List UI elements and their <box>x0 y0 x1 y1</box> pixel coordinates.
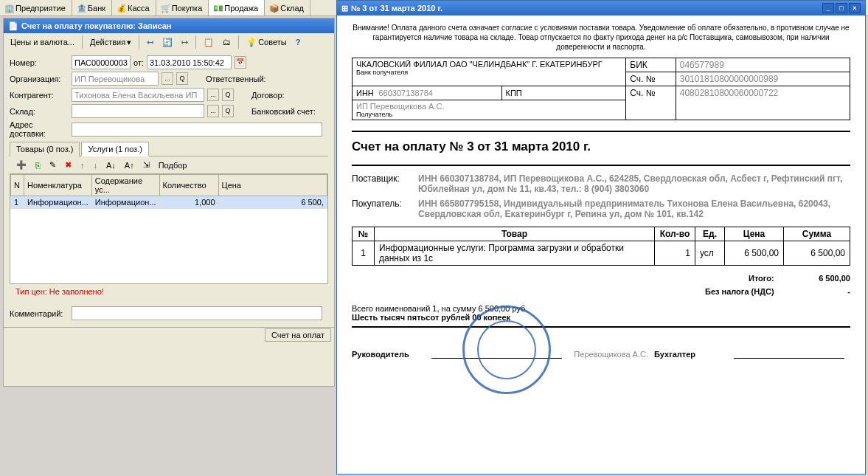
bank-recipient-label: Банк получателя <box>356 69 622 76</box>
refresh-icon[interactable]: 🔄 <box>159 35 176 49</box>
document-icon: 📄 <box>8 21 18 31</box>
print-invoice-button[interactable]: Счет на оплат <box>265 328 331 342</box>
tab-enterprise[interactable]: 🏢Предприятие <box>0 0 72 15</box>
bank-icon: 🏦 <box>77 4 86 13</box>
bank-details-table: ЧКАЛОВСКИЙ ФИЛИАЛ ОАО "ЧЕЛИНДБАНК" Г. ЕК… <box>352 58 850 120</box>
buyer-value: ИНН 665807795158, Индивидуальный предпри… <box>418 199 850 219</box>
tab-purchase[interactable]: 🛒Покупка <box>156 0 209 15</box>
tab-goods[interactable]: Товары (0 поз.) <box>10 142 80 156</box>
col-qty[interactable]: Количество <box>159 175 218 196</box>
move-up-icon[interactable]: ↑ <box>77 158 88 172</box>
acc-value: 40802810800060000722 <box>676 86 850 120</box>
counterparty-open-button[interactable]: Q <box>222 89 234 101</box>
counterparty-label: Контрагент: <box>10 91 69 100</box>
document-preview[interactable]: Внимание! Оплата данного счета означает … <box>337 15 865 474</box>
move-down-icon[interactable]: ↓ <box>90 158 102 172</box>
grid-row[interactable]: 1 Информацион... Информацион... 1,000 6 … <box>11 196 327 209</box>
org-open-button[interactable]: Q <box>176 72 188 85</box>
prices-currency-button[interactable]: Цены и валюта... <box>7 35 78 49</box>
warehouse-label: Склад: <box>10 107 69 116</box>
notax-value: - <box>777 287 850 296</box>
warehouse-input[interactable] <box>72 104 204 118</box>
col-nomen[interactable]: Номенклатура <box>24 175 92 196</box>
nav-fwd-icon[interactable]: ↦ <box>178 35 192 49</box>
counterparty-select-button[interactable]: ... <box>207 89 219 101</box>
cart-icon: 🛒 <box>161 4 170 13</box>
actions-dropdown[interactable]: Действия ▾ <box>86 35 135 49</box>
warehouse-open-button[interactable]: Q <box>222 105 234 117</box>
minimize-button[interactable]: _ <box>822 3 834 13</box>
tab-cash[interactable]: 💰Касса <box>112 0 156 15</box>
items-tabs: Товары (0 поз.) Услуги (1 поз.) <box>10 141 328 156</box>
document-title: Счет на оплату № 3 от 31 марта 2010 г. <box>352 131 850 154</box>
inn-value: 660307138784 <box>378 89 432 97</box>
print-preview-window: ⊞ № 3 от 31 марта 2010 г. _ □ × Внимание… <box>336 0 866 475</box>
table-icon: ⊞ <box>341 4 348 13</box>
col-price[interactable]: Цена <box>218 175 327 196</box>
delete-row-icon[interactable]: ✖ <box>61 158 75 172</box>
signature-row: Руководитель Перевощикова А.С. Бухгалтер <box>352 350 850 359</box>
fill-icon[interactable]: ⇲ <box>139 158 153 172</box>
col-content[interactable]: Содержание ус... <box>91 175 159 196</box>
structure-icon[interactable]: 🗂 <box>219 35 235 49</box>
warehouse-select-button[interactable]: ... <box>207 105 219 117</box>
org-input[interactable] <box>72 72 159 86</box>
invoice-form-window: 📄 Счет на оплату покупателю: Записан Цен… <box>3 18 335 387</box>
price-type-status: Тип цен: Не заполнено! <box>10 284 328 299</box>
sort-asc-icon[interactable]: A↓ <box>103 158 119 172</box>
buyer-label: Покупатель: <box>352 199 418 219</box>
building-icon: 🏢 <box>4 4 13 13</box>
from-label: от: <box>133 58 144 67</box>
lightbulb-icon: 💡 <box>246 38 257 47</box>
right-title: № 3 от 31 марта 2010 г. <box>351 4 442 13</box>
grid-toolbar: ➕ ⎘ ✎ ✖ ↑ ↓ A↓ A↑ ⇲ Подбор <box>10 156 328 173</box>
disclaimer-text: Внимание! Оплата данного счета означает … <box>352 23 850 52</box>
podbor-button[interactable]: Подбор <box>155 158 191 172</box>
tab-warehouse[interactable]: 📦Склад <box>265 0 310 15</box>
tab-sale[interactable]: 💵Продажа <box>209 0 265 15</box>
right-titlebar: ⊞ № 3 от 31 марта 2010 г. _ □ × <box>337 1 865 15</box>
date-input[interactable] <box>147 55 232 69</box>
form-area: Номер: от: 📅 Организация: ... Q Ответств… <box>4 51 334 327</box>
bank-account-label: Банковский счет: <box>251 107 316 116</box>
contract-label: Договор: <box>251 91 285 100</box>
edit-row-icon[interactable]: ✎ <box>46 158 60 172</box>
recipient-name: ИП Перевощикова А.С. <box>356 102 622 111</box>
comment-input[interactable] <box>72 306 322 320</box>
copy-icon[interactable]: 📋 <box>200 35 218 49</box>
items-table: № Товар Кол-во Ед. Цена Сумма 1 Информац… <box>352 227 850 266</box>
bik-label: БИК <box>626 58 676 72</box>
add-copy-icon[interactable]: ⎘ <box>32 158 44 172</box>
col-n[interactable]: N <box>11 175 24 196</box>
total-label: Итого: <box>391 274 774 283</box>
counterparty-input[interactable] <box>72 88 204 102</box>
tab-services[interactable]: Услуги (1 поз.) <box>81 142 148 156</box>
left-titlebar: 📄 Счет на оплату покупателю: Записан <box>4 18 334 33</box>
corr-acc-value: 30101810800000000989 <box>676 72 850 86</box>
notax-label: Без налога (НДС) <box>391 287 774 296</box>
sort-desc-icon[interactable]: A↑ <box>121 158 138 172</box>
director-label: Руководитель <box>352 350 426 359</box>
tab-bank[interactable]: 🏦Банк <box>72 0 112 15</box>
accountant-label: Бухгалтер <box>654 350 728 359</box>
left-toolbar: Цены и валюта... Действия ▾ ↤ 🔄 ↦ 📋 🗂 💡С… <box>4 33 334 51</box>
close-button[interactable]: × <box>849 3 861 13</box>
help-icon[interactable]: ? <box>292 35 305 49</box>
director-name: Перевощикова А.С. <box>574 350 648 359</box>
maximize-button[interactable]: □ <box>836 3 847 13</box>
comment-label: Комментарий: <box>10 309 69 318</box>
advice-button[interactable]: 💡Советы <box>243 35 290 49</box>
sale-icon: 💵 <box>213 4 222 13</box>
recipient-label: Получатель <box>356 111 622 118</box>
bank-name: ЧКАЛОВСКИЙ ФИЛИАЛ ОАО "ЧЕЛИНДБАНК" Г. ЕК… <box>356 60 622 69</box>
left-footer: Счет на оплат <box>4 327 334 342</box>
nav-back-icon[interactable]: ↤ <box>143 35 157 49</box>
address-input[interactable] <box>72 123 322 137</box>
date-picker-icon[interactable]: 📅 <box>235 56 246 69</box>
number-input[interactable] <box>72 55 131 69</box>
address-label: Адрес доставки: <box>10 120 69 138</box>
warehouse-icon: 📦 <box>269 4 278 13</box>
org-select-button[interactable]: ... <box>162 72 173 85</box>
services-grid[interactable]: N Номенклатура Содержание ус... Количест… <box>10 173 328 284</box>
add-row-icon[interactable]: ➕ <box>13 158 30 172</box>
